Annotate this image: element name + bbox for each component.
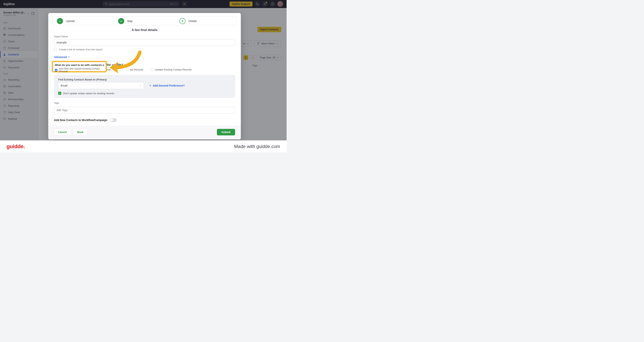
step-details: 3Details <box>175 18 236 24</box>
checkmark-icon <box>57 18 63 24</box>
dont-update-empty-checkbox[interactable]: Don't update empty values for existing r… <box>58 92 231 95</box>
toggle-knob-icon <box>110 118 113 122</box>
tags-input[interactable] <box>54 107 235 114</box>
radio-on-icon <box>55 69 58 72</box>
made-with-text: Made with guidde.com <box>234 144 280 149</box>
import-modal: Upload Map 3Details A few final details … <box>48 13 241 140</box>
radio-update-existing[interactable]: Update Existing Contact Records <box>151 68 192 71</box>
checkbox-checked-icon <box>58 92 61 95</box>
modal-title: A few final details <box>48 28 241 32</box>
checkbox-icon <box>54 48 57 51</box>
annotation-highlight: What do you want to do with contact/s in… <box>52 61 107 72</box>
watermark-footer: guidde. Made with guidde.com <box>0 140 286 152</box>
back-button[interactable]: Back <box>73 129 88 136</box>
modal-form: Import Name Create a list of contacts fr… <box>48 35 241 126</box>
import-name-label: Import Name <box>54 35 235 38</box>
create-list-checkbox-row[interactable]: Create a list of contacts from the impor… <box>54 48 235 51</box>
wizard-steps: Upload Map 3Details <box>52 16 236 26</box>
guidde-logo: guidde. <box>6 144 25 150</box>
cancel-button[interactable]: Cancel <box>54 129 71 136</box>
add-second-preference[interactable]: Add Second Preference? <box>149 84 185 87</box>
radio-icon <box>151 68 154 71</box>
workflow-toggle[interactable] <box>110 118 116 122</box>
radio-icon <box>126 68 128 71</box>
modal-footer: Cancel Back Submit <box>48 126 241 140</box>
workflow-toggle-row: Add New Contacts to Workflow/Campaign <box>54 118 235 122</box>
step-number: 3 <box>180 18 186 24</box>
radio-add-new[interactable]: act Records <box>126 68 143 71</box>
submit-button[interactable]: Submit <box>217 129 235 136</box>
step-map: Map <box>114 18 175 24</box>
primary-field-select[interactable]: Email <box>58 82 144 89</box>
checkmark-icon <box>118 18 124 24</box>
tags-label: Tags <box>54 102 235 104</box>
find-label: Find Existing Contacts Based on (Primary… <box>58 78 231 81</box>
highlight-radio-row: Add New and Update Existing Contact Reco… <box>55 68 104 73</box>
step-upload: Upload <box>53 18 114 24</box>
highlight-question: What do you want to do with contact/s in… <box>55 64 104 66</box>
import-name-input[interactable] <box>54 39 235 46</box>
find-existing-panel: Find Existing Contacts Based on (Primary… <box>54 75 235 98</box>
advanced-toggle[interactable]: Advanced <box>54 56 235 58</box>
